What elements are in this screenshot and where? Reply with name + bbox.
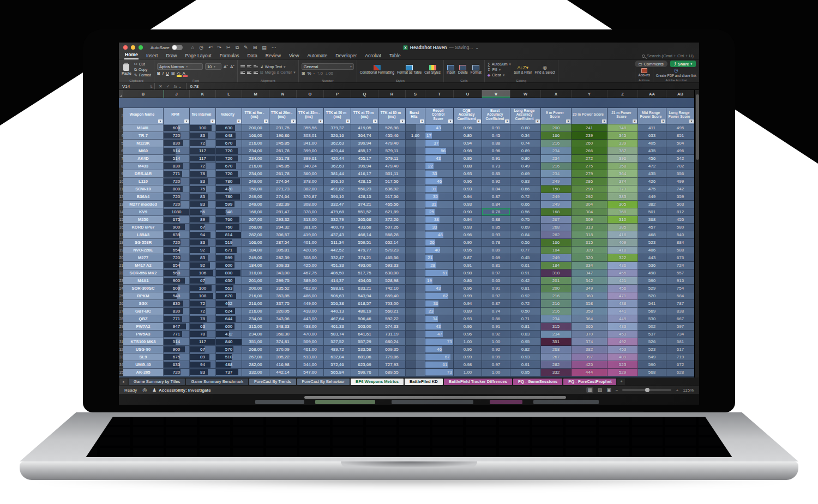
cell[interactable]: [406, 308, 425, 315]
cell[interactable]: 318,00: [242, 269, 269, 277]
filter-dropdown-icon[interactable]: ▾: [505, 119, 509, 123]
row-number[interactable]: 12: [119, 193, 123, 201]
cell[interactable]: 0.96: [454, 323, 482, 331]
italic-button[interactable]: I: [163, 71, 164, 76]
cell[interactable]: 0.78: [482, 208, 510, 216]
sheet-tab-pq-forecastprophet[interactable]: PQ - ForeCastProphet: [563, 379, 616, 385]
cell[interactable]: 67: [425, 353, 454, 361]
cell[interactable]: 1.00: [482, 369, 510, 376]
cell[interactable]: 339: [608, 140, 638, 147]
page-layout-view-icon[interactable]: ▤: [598, 387, 603, 393]
cell[interactable]: 779,86: [378, 353, 406, 361]
zoom-slider-thumb[interactable]: [645, 388, 649, 392]
cell[interactable]: 441: [608, 308, 638, 315]
cell[interactable]: 0.73: [482, 163, 510, 170]
ribbon-tab-formulas[interactable]: Formulas: [219, 53, 240, 59]
cell[interactable]: 67: [190, 224, 216, 231]
cell[interactable]: 418: [608, 231, 638, 239]
cell[interactable]: 287,54: [269, 239, 297, 247]
cell[interactable]: [406, 353, 425, 361]
cell[interactable]: 670: [216, 140, 242, 147]
horizontal-scrollbar-thumb[interactable]: [304, 396, 566, 399]
cell[interactable]: 449: [608, 315, 638, 323]
filter-dropdown-icon[interactable]: ▾: [184, 119, 189, 123]
cell[interactable]: 416,17: [351, 170, 378, 178]
sheet-tab-bf6-weapons-metrics[interactable]: BF6 Weapons Metrics: [351, 379, 404, 385]
sheet-tab-game-summary-by-titles[interactable]: Game Summary by Titles: [129, 379, 185, 385]
cell[interactable]: 362,63: [324, 140, 351, 147]
cell[interactable]: 249,00: [242, 193, 269, 201]
cell[interactable]: 0.65: [482, 277, 510, 285]
row-number[interactable]: 5: [119, 140, 123, 147]
cell[interactable]: 1,60: [406, 132, 425, 140]
cell[interactable]: 542: [666, 155, 695, 163]
row-number[interactable]: 14: [119, 208, 123, 216]
cell[interactable]: KTS100 MK8: [123, 338, 164, 346]
cell[interactable]: 600: [216, 323, 242, 331]
cell[interactable]: [406, 170, 425, 178]
cell[interactable]: 0.96: [454, 178, 482, 185]
cell[interactable]: 216,00: [242, 140, 269, 147]
column-header-O[interactable]: O: [297, 90, 324, 98]
cell[interactable]: 455: [666, 216, 695, 224]
cell[interactable]: 239: [572, 132, 608, 140]
cell[interactable]: 310: [608, 216, 638, 224]
cell[interactable]: M433: [123, 163, 164, 170]
cell[interactable]: 565,84: [324, 369, 351, 376]
filter-dropdown-icon[interactable]: ▾: [210, 119, 215, 123]
column-header-W[interactable]: W: [510, 90, 541, 98]
more-commands-icon[interactable]: ⋯: [272, 43, 276, 52]
cell[interactable]: 514: [164, 338, 190, 346]
table-header-cell[interactable]: TTK at 9m - (ms)▾: [242, 108, 269, 124]
cell[interactable]: 234,00: [242, 170, 269, 178]
cell[interactable]: 703,00: [378, 300, 406, 308]
cell[interactable]: 418: [608, 247, 638, 254]
row-number[interactable]: 30: [119, 331, 123, 338]
filter-dropdown-icon[interactable]: ▾: [566, 119, 570, 123]
cell[interactable]: 166: [541, 239, 572, 247]
cell[interactable]: 1080: [164, 208, 190, 216]
cell[interactable]: 368: [608, 208, 638, 216]
cell[interactable]: 499: [666, 178, 695, 185]
add-sheet-button[interactable]: +: [617, 379, 625, 385]
cell[interactable]: 379,37: [324, 124, 351, 132]
cell[interactable]: 563: [216, 285, 242, 292]
cell[interactable]: 529: [608, 369, 638, 376]
cell[interactable]: 305,81: [269, 247, 297, 254]
format-cells-button[interactable]: Format: [471, 65, 482, 74]
row-number[interactable]: 25: [119, 292, 123, 300]
create-pdf-button[interactable]: ◷ Create PDF and share link: [656, 68, 696, 77]
cell[interactable]: 320: [572, 254, 608, 262]
cell[interactable]: 667: [666, 315, 695, 323]
cell[interactable]: [406, 231, 425, 239]
cell[interactable]: 742,10: [378, 285, 406, 292]
cell[interactable]: 503: [666, 201, 695, 208]
cell[interactable]: 0.86: [454, 277, 482, 285]
cell[interactable]: 117: [190, 147, 216, 155]
cell[interactable]: 108: [190, 292, 216, 300]
table-icon[interactable]: ⊞: [253, 43, 257, 52]
row-number[interactable]: 21: [119, 262, 123, 269]
column-header-Z[interactable]: Z: [608, 90, 638, 98]
cell[interactable]: 0.91: [482, 155, 510, 163]
zoom-level[interactable]: 115%: [683, 388, 694, 393]
cell[interactable]: 600: [164, 285, 190, 292]
row-number[interactable]: 34: [119, 361, 123, 369]
cell[interactable]: 0.97: [482, 292, 510, 300]
cell[interactable]: 742: [666, 185, 695, 193]
cell[interactable]: 292: [572, 193, 608, 201]
cell[interactable]: 282: [541, 361, 572, 369]
cell[interactable]: 455,46: [378, 132, 406, 140]
cell[interactable]: 754: [666, 285, 695, 292]
cell[interactable]: 0.90: [454, 208, 482, 216]
cell[interactable]: 281,47: [269, 208, 297, 216]
font-family-select[interactable]: Aptos Narrow▾: [157, 63, 203, 70]
cell[interactable]: 0.96: [454, 231, 482, 239]
cell[interactable]: 548: [164, 292, 190, 300]
cell[interactable]: 479,40: [378, 140, 406, 147]
cell[interactable]: 900: [164, 346, 190, 353]
cell[interactable]: 274,64: [269, 178, 297, 185]
filter-dropdown-icon[interactable]: ▾: [264, 119, 268, 123]
sheet-tab-pq-gamesessions[interactable]: PQ - GameSessions: [513, 379, 562, 385]
column-header-Q[interactable]: Q: [351, 90, 378, 98]
